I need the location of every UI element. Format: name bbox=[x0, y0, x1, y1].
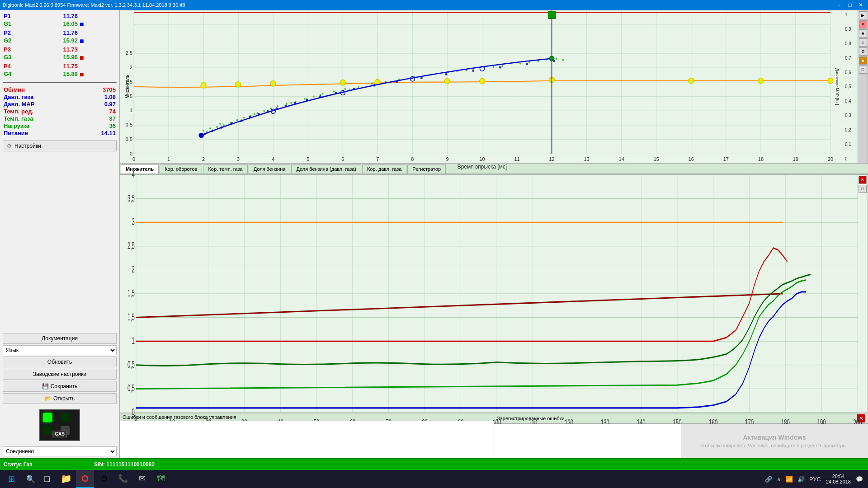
connection-select[interactable]: Соединено Отключено bbox=[3, 446, 117, 456]
maximize-button[interactable]: □ bbox=[845, 1, 854, 9]
svg-point-93 bbox=[358, 86, 359, 88]
chart-bottom-content: 0 0,5 0,5 1 1,5 1,5 2 2,5 3 3,5 4 0 bbox=[136, 175, 858, 413]
led-top-left bbox=[43, 413, 52, 422]
chart-top-svg: 0 1 2 3 4 5 6 7 8 9 10 11 12 13 bbox=[134, 10, 830, 163]
factory-button[interactable]: Заводские настройки bbox=[3, 369, 117, 380]
rb-btn-2[interactable]: □ bbox=[859, 185, 867, 193]
task-view-button[interactable]: ❑ bbox=[39, 471, 55, 487]
rt-btn-7[interactable]: □ bbox=[859, 66, 867, 74]
svg-point-92 bbox=[344, 88, 346, 90]
p2-label: P2 bbox=[4, 29, 40, 36]
rt-btn-5[interactable]: ⚙ bbox=[859, 47, 867, 56]
right-toolbar: ▶ ✕ ■ ☆ ⚙ ■ □ bbox=[858, 10, 868, 163]
svg-point-111 bbox=[290, 102, 292, 104]
tab-multiplier[interactable]: Множитель bbox=[121, 164, 159, 174]
chart-bottom: 0 0,5 0,5 1 1,5 1,5 2 2,5 3 3,5 4 0 bbox=[120, 174, 868, 413]
language-label[interactable]: РУС bbox=[808, 475, 822, 483]
temp-red-label: Темп. ред. bbox=[4, 108, 33, 115]
svg-text:1,5: 1,5 bbox=[126, 79, 132, 84]
svg-text:0,5: 0,5 bbox=[126, 136, 132, 142]
close-button[interactable]: ✕ bbox=[856, 1, 865, 9]
rt-btn-4[interactable]: ☆ bbox=[859, 38, 867, 47]
taskbar-app-mail[interactable]: ✉ bbox=[133, 470, 151, 488]
svg-text:15: 15 bbox=[654, 156, 659, 162]
svg-text:1: 1 bbox=[132, 335, 135, 346]
taskbar: ⊞ 🔍 ❑ 📁 O ⊙ 📞 ✉ 🗺 🔗 ∧ 📶 🔊 РУС 20:5 bbox=[0, 470, 868, 488]
tab-rpm-corr[interactable]: Кор. оборотов bbox=[160, 164, 202, 174]
taskbar-app-maps[interactable]: 🗺 bbox=[152, 470, 170, 488]
map-value: 0.97 bbox=[104, 101, 116, 108]
settings-button[interactable]: ⚙ Настройки bbox=[3, 141, 117, 151]
save-button[interactable]: 💾 💾 Сохранить Сохранить bbox=[3, 381, 117, 392]
rt-btn-1[interactable]: ▶ bbox=[859, 11, 867, 19]
windows-logo-icon: ⊞ bbox=[8, 474, 15, 484]
svg-point-71 bbox=[689, 78, 694, 84]
win-activate-text: Чтобы активировать Windows, перейдите в … bbox=[699, 443, 849, 448]
taskbar-app-viber[interactable]: 📞 bbox=[114, 470, 132, 488]
svg-text:2: 2 bbox=[132, 263, 135, 275]
g3-value: 15.96 bbox=[42, 54, 78, 62]
svg-point-138 bbox=[445, 73, 447, 75]
svg-point-83 bbox=[263, 110, 265, 112]
network-icon[interactable]: 🔗 bbox=[764, 475, 774, 483]
taskbar-app-explorer[interactable]: 📁 bbox=[57, 470, 75, 488]
g4-value: 15.88 bbox=[42, 70, 78, 79]
p3-value: 11.73 bbox=[42, 46, 78, 53]
g1-label: G1 bbox=[4, 20, 40, 28]
rpm-label: Об/мин bbox=[4, 86, 25, 93]
docs-button[interactable]: Документация bbox=[3, 333, 117, 344]
rb-btn-1[interactable]: ✕ bbox=[859, 176, 867, 184]
gas-label-indicator: GAS bbox=[52, 431, 67, 437]
svg-point-94 bbox=[371, 83, 373, 85]
svg-point-63 bbox=[201, 83, 206, 88]
open-button[interactable]: 📂 Открыть bbox=[3, 393, 117, 404]
led-bottom-left bbox=[43, 426, 52, 435]
tab-pressure-corr[interactable]: Кор. давл. газа bbox=[362, 164, 406, 174]
chart-bottom-right-toolbar: ✕ □ bbox=[858, 175, 868, 413]
svg-text:4: 4 bbox=[132, 169, 135, 180]
rt-btn-2[interactable]: ✕ bbox=[859, 20, 867, 28]
volume-icon[interactable]: 🔊 bbox=[796, 475, 806, 483]
svg-point-88 bbox=[304, 98, 306, 100]
taskbar-app-opera[interactable]: O bbox=[76, 470, 94, 488]
load-value: 36 bbox=[109, 122, 116, 129]
svg-text:3: 3 bbox=[132, 216, 135, 227]
minimize-button[interactable]: − bbox=[835, 1, 844, 9]
gas-label: Давл. газа bbox=[4, 94, 33, 100]
svg-text:6: 6 bbox=[341, 156, 344, 162]
notifications-icon[interactable]: 💬 bbox=[854, 475, 864, 483]
svg-text:0: 0 bbox=[132, 156, 135, 162]
svg-text:5: 5 bbox=[307, 156, 309, 162]
rt-btn-6[interactable]: ■ bbox=[859, 56, 867, 65]
settings-icon: ⚙ bbox=[7, 143, 12, 149]
taskbar-app-chrome[interactable]: ⊙ bbox=[95, 470, 113, 488]
svg-text:3: 3 bbox=[237, 156, 240, 162]
network-wifi-icon[interactable]: 📶 bbox=[784, 475, 794, 483]
tab-temp-corr[interactable]: Кор. темп. газа bbox=[203, 164, 247, 174]
start-button[interactable]: ⊞ bbox=[0, 470, 23, 488]
svg-text:13: 13 bbox=[584, 156, 590, 162]
chart-bottom-svg: 0 0,5 0,5 1 1,5 1,5 2 2,5 3 3,5 4 0 bbox=[136, 175, 858, 413]
svg-text:2,5: 2,5 bbox=[127, 240, 135, 251]
errors-left-header: Ошибки и сообщения газового блока управл… bbox=[120, 413, 494, 421]
errors-left-content bbox=[120, 421, 494, 458]
svg-point-102 bbox=[501, 65, 503, 67]
p3-label: P3 bbox=[4, 46, 40, 53]
search-button[interactable]: 🔍 bbox=[23, 471, 39, 487]
language-select[interactable]: Язык bbox=[3, 345, 117, 355]
tab-recorder[interactable]: Регистратор bbox=[407, 164, 446, 174]
rt-btn-3[interactable]: ■ bbox=[859, 29, 867, 38]
tab-petrol-map[interactable]: Доля бензина (давл. газа) bbox=[291, 164, 361, 174]
g2-label: G2 bbox=[4, 37, 40, 45]
svg-point-105 bbox=[556, 58, 557, 60]
tab-petrol[interactable]: Доля бензина bbox=[249, 164, 291, 174]
svg-text:19: 19 bbox=[793, 156, 798, 162]
svg-point-104 bbox=[538, 61, 539, 62]
chevron-up-icon[interactable]: ∧ bbox=[775, 475, 783, 483]
svg-text:1,5: 1,5 bbox=[127, 287, 135, 299]
update-button[interactable]: Обновить bbox=[3, 357, 117, 367]
taskbar-clock[interactable]: 20:54 24.08.2018 bbox=[824, 474, 853, 484]
svg-point-69 bbox=[480, 79, 485, 84]
svg-text:0,5: 0,5 bbox=[127, 382, 135, 394]
svg-text:12: 12 bbox=[549, 156, 555, 162]
